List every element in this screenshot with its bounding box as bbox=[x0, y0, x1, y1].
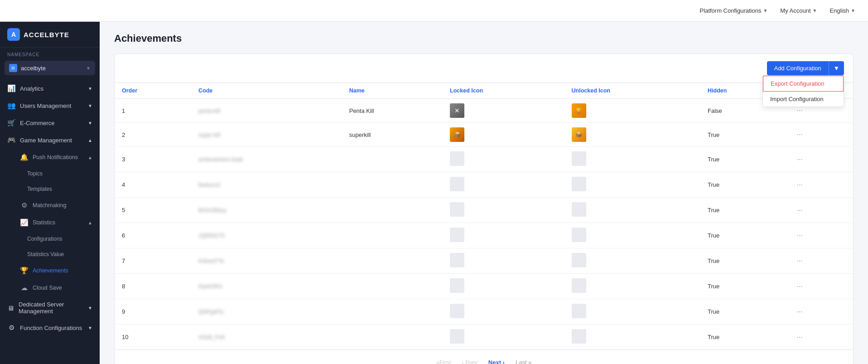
add-config-dropdown-menu: Export Configuration Import Configuratio… bbox=[762, 75, 844, 107]
locked-icon-image: ✕ bbox=[450, 103, 464, 118]
namespace-name: accelbyte bbox=[21, 65, 82, 72]
row-name bbox=[342, 172, 443, 198]
top-nav: Platform Configurations ▼ My Account ▼ E… bbox=[0, 0, 868, 22]
table-row: 10 nf1b8_Px8 True ··· bbox=[115, 325, 853, 350]
row-hidden: True bbox=[700, 223, 786, 248]
row-unlocked-icon bbox=[564, 223, 700, 248]
row-order: 5 bbox=[115, 198, 191, 223]
sidebar-item-templates[interactable]: Templates bbox=[0, 181, 100, 197]
my-account-chevron-icon: ▼ bbox=[813, 8, 817, 13]
table-row: 1 penta-kill Penta Kill ✕ 🏆 False ··· bbox=[115, 99, 853, 123]
row-unlocked-icon: 🏆 bbox=[564, 99, 700, 123]
row-unlocked-icon bbox=[564, 274, 700, 299]
statistics-value-label: Statistics Value bbox=[27, 251, 64, 257]
game-management-icon: 🎮 bbox=[7, 136, 15, 144]
namespace-selector[interactable]: ⊞ accelbyte ▼ bbox=[5, 61, 95, 75]
row-actions: ··· bbox=[786, 147, 853, 172]
my-account-label: My Account bbox=[780, 7, 810, 14]
row-menu-button[interactable]: ··· bbox=[794, 130, 805, 140]
language-chevron-icon: ▼ bbox=[851, 8, 855, 13]
logo-text: ACCELBYTE bbox=[24, 31, 69, 39]
sidebar-item-ecommerce[interactable]: 🛒 E-Commerce ▼ bbox=[0, 114, 100, 131]
prev-page-button[interactable]: ‹ Prev bbox=[458, 357, 481, 364]
first-page-button[interactable]: «First bbox=[433, 357, 455, 364]
row-menu-button[interactable]: ··· bbox=[794, 307, 805, 317]
sidebar-item-push-notifications[interactable]: 🔔 Push Notifications ▲ bbox=[0, 149, 100, 166]
my-account-menu[interactable]: My Account ▼ bbox=[775, 5, 822, 17]
unlocked-icon-placeholder bbox=[572, 253, 586, 267]
sidebar-item-statistics[interactable]: 📈 Statistics ▲ bbox=[0, 214, 100, 231]
row-unlocked-icon: 📦 bbox=[564, 123, 700, 147]
row-locked-icon: 📦 bbox=[443, 123, 564, 147]
sidebar-item-achievements[interactable]: 🏆 Achievements bbox=[0, 262, 100, 279]
row-menu-button[interactable]: ··· bbox=[794, 205, 805, 215]
achievements-card: Add Configuration ▼ Export Configuration… bbox=[114, 53, 854, 364]
next-page-button[interactable]: Next › bbox=[485, 357, 508, 364]
locked-icon-placeholder bbox=[450, 228, 464, 242]
row-name bbox=[342, 274, 443, 299]
locked-icon-placeholder bbox=[450, 329, 464, 344]
platform-config-chevron-icon: ▼ bbox=[763, 8, 767, 13]
sidebar-item-matchmaking[interactable]: ⚙ Matchmaking bbox=[0, 197, 100, 214]
achievements-label: Achievements bbox=[33, 267, 68, 274]
row-name: Penta Kill bbox=[342, 99, 443, 123]
export-configuration-item[interactable]: Export Configuration bbox=[763, 76, 844, 92]
row-hidden: True bbox=[700, 299, 786, 325]
sidebar-item-analytics[interactable]: 📊 Analytics ▼ bbox=[0, 80, 100, 97]
logo-icon: A bbox=[7, 28, 20, 41]
row-locked-icon bbox=[443, 325, 564, 350]
row-menu-button[interactable]: ··· bbox=[794, 180, 805, 190]
row-menu-button[interactable]: ··· bbox=[794, 332, 805, 342]
table-row: 2 super-kill superkill 📦 📦 True ··· bbox=[115, 123, 853, 147]
table-row: 8 KlarK0RA True ··· bbox=[115, 274, 853, 299]
row-menu-button[interactable]: ··· bbox=[794, 281, 805, 291]
table-row: 6 JQ85N1T5 True ··· bbox=[115, 223, 853, 248]
namespace-chevron-icon: ▼ bbox=[86, 66, 91, 71]
sidebar-item-game-management[interactable]: 🎮 Game Management ▲ bbox=[0, 131, 100, 149]
unlocked-icon-placeholder bbox=[572, 151, 586, 166]
function-config-chevron-icon: ▼ bbox=[88, 325, 92, 330]
row-menu-button[interactable]: ··· bbox=[794, 106, 805, 116]
topics-label: Topics bbox=[27, 170, 43, 177]
platform-configurations-menu[interactable]: Platform Configurations ▼ bbox=[694, 5, 773, 17]
sidebar-item-statistics-value[interactable]: Statistics Value bbox=[0, 247, 100, 262]
row-locked-icon bbox=[443, 248, 564, 274]
achievements-icon: 🏆 bbox=[20, 267, 28, 275]
add-configuration-dropdown-toggle[interactable]: ▼ bbox=[829, 61, 844, 75]
add-configuration-button[interactable]: Add Configuration bbox=[767, 61, 829, 75]
analytics-icon: 📊 bbox=[7, 84, 15, 92]
sidebar-item-function-config[interactable]: ⚙ Function Configurations ▼ bbox=[0, 319, 100, 336]
unlocked-icon-placeholder bbox=[572, 177, 586, 191]
row-name bbox=[342, 147, 443, 172]
ecommerce-chevron-icon: ▼ bbox=[88, 121, 92, 126]
table-row: 4 flarbucs2 True ··· bbox=[115, 172, 853, 198]
row-unlocked-icon bbox=[564, 172, 700, 198]
row-unlocked-icon bbox=[564, 248, 700, 274]
row-menu-button[interactable]: ··· bbox=[794, 256, 805, 266]
dedicated-server-icon: 🖥 bbox=[7, 304, 14, 312]
language-menu[interactable]: English ▼ bbox=[824, 5, 861, 17]
function-config-icon: ⚙ bbox=[7, 324, 15, 332]
row-code: QNPgdtTy bbox=[191, 299, 342, 325]
last-page-button[interactable]: Last » bbox=[512, 357, 535, 364]
row-hidden: True bbox=[700, 123, 786, 147]
row-code: nf1b8_Px8 bbox=[191, 325, 342, 350]
sidebar-item-dedicated-server[interactable]: 🖥 Dedicated Server Management ▼ bbox=[0, 296, 100, 319]
sidebar-item-topics[interactable]: Topics bbox=[0, 166, 100, 181]
import-configuration-item[interactable]: Import Configuration bbox=[763, 92, 844, 107]
sidebar-item-users-management[interactable]: 👥 Users Management ▼ bbox=[0, 97, 100, 114]
col-locked-icon: Locked Icon bbox=[443, 83, 564, 99]
row-hidden: True bbox=[700, 198, 786, 223]
matchmaking-label: Matchmaking bbox=[33, 202, 66, 209]
row-menu-button[interactable]: ··· bbox=[794, 231, 805, 241]
game-management-label: Game Management bbox=[20, 137, 72, 144]
sidebar-item-configurations[interactable]: Configurations bbox=[0, 231, 100, 247]
unlocked-icon-placeholder bbox=[572, 304, 586, 318]
row-menu-button[interactable]: ··· bbox=[794, 155, 805, 165]
row-locked-icon: ✕ bbox=[443, 99, 564, 123]
row-locked-icon bbox=[443, 299, 564, 325]
configurations-label: Configurations bbox=[27, 236, 62, 242]
sidebar-item-cloud-save[interactable]: ☁ Cloud Save bbox=[0, 279, 100, 296]
unlocked-icon-placeholder bbox=[572, 329, 586, 344]
row-hidden: True bbox=[700, 274, 786, 299]
